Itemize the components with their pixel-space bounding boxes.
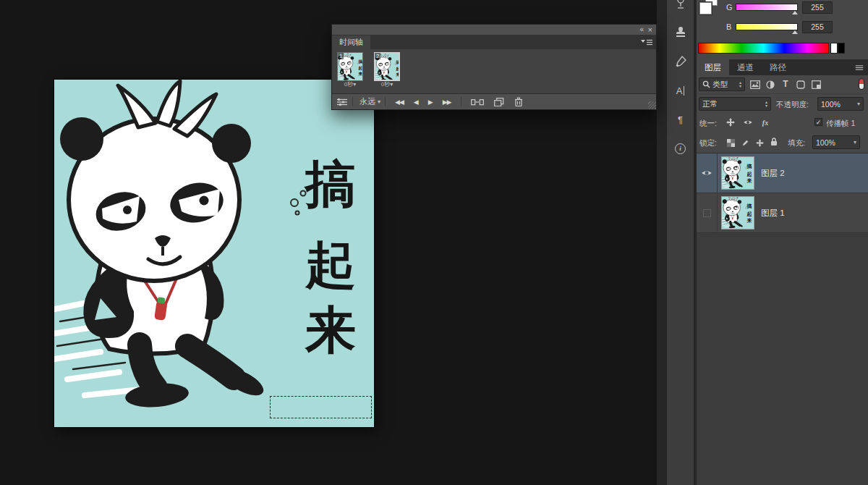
chevron-down-icon: ▾ <box>854 139 856 146</box>
search-icon <box>702 80 710 88</box>
filter-smart-objects-icon[interactable] <box>809 78 822 91</box>
divider <box>461 97 461 106</box>
filter-type-dropdown[interactable]: 类型 ▴▾ <box>699 77 745 91</box>
lock-label: 锁定: <box>699 138 717 148</box>
selection-marquee[interactable] <box>270 396 372 418</box>
blend-mode-dropdown[interactable]: 正常 ▴▾ <box>699 97 771 111</box>
animation-frame-2[interactable]: 2 0秒▾ <box>374 52 403 93</box>
divider <box>352 97 353 106</box>
animation-frame-1[interactable]: 1 0秒▾ <box>337 52 366 93</box>
unify-position-icon[interactable] <box>724 116 737 129</box>
lock-row: 锁定: 填充: 100% ▾ <box>697 132 868 153</box>
frame-number: 2 <box>375 53 380 59</box>
visibility-toggle[interactable] <box>697 193 718 233</box>
delete-frame-button[interactable] <box>514 97 523 106</box>
timeline-panel: « × 时间轴 1 0秒▾ 2 0秒▾ <box>331 24 657 110</box>
tab-layers[interactable]: 图层 <box>697 59 729 75</box>
opacity-label: 不透明度: <box>776 100 809 110</box>
layer-list: 图层 2 图层 1 <box>697 153 868 485</box>
propagate-frame-label: 传播帧 1 <box>826 119 855 129</box>
first-frame-button[interactable]: ◀◀ <box>395 98 404 106</box>
lock-transparency-icon[interactable] <box>724 136 737 149</box>
unify-row: 统一: fx ✓ 传播帧 1 <box>697 114 868 132</box>
panel-column: G 255 B 255 图层 通道 路径 <box>697 0 868 485</box>
opacity-dropdown[interactable]: 100% ▾ <box>817 97 864 111</box>
frame-delay-dropdown[interactable]: 0秒▾ <box>337 81 363 88</box>
convert-to-video-timeline-icon[interactable] <box>336 98 348 106</box>
layer-row-2[interactable]: 图层 2 <box>697 153 868 193</box>
foreground-color-swatch[interactable] <box>699 2 712 14</box>
dock-icon-character-panel[interactable]: A <box>667 77 694 104</box>
layer-row-1[interactable]: 图层 1 <box>697 193 868 233</box>
panel-dock: A ¶ i G 255 B 255 图层 通道 <box>657 0 868 485</box>
tab-paths[interactable]: 路径 <box>762 59 794 75</box>
blue-slider-thumb[interactable] <box>792 30 798 34</box>
tab-channels[interactable]: 通道 <box>729 59 762 75</box>
filter-type-layers-icon[interactable]: T <box>779 77 792 90</box>
green-slider-thumb[interactable] <box>792 11 798 14</box>
blue-channel-label: B <box>726 22 731 31</box>
visibility-toggle[interactable] <box>697 153 718 193</box>
green-channel-slider[interactable] <box>736 4 798 11</box>
dock-icon-brush-presets[interactable] <box>667 48 694 75</box>
lock-position-icon[interactable] <box>753 136 766 149</box>
layer-name[interactable]: 图层 1 <box>761 208 785 219</box>
dock-icon-clone-source[interactable] <box>667 19 694 46</box>
eye-icon <box>701 169 712 177</box>
timeline-titlebar[interactable]: « × <box>332 25 656 35</box>
chevron-down-icon: ▾ <box>857 101 860 107</box>
color-spectrum-ramp[interactable] <box>698 43 829 54</box>
chevron-down-icon: ▾ <box>378 98 380 105</box>
duplicate-frame-button[interactable] <box>494 98 504 106</box>
dock-icon-tool-presets[interactable] <box>667 0 694 16</box>
document-canvas[interactable] <box>54 80 374 427</box>
panel-menu-icon[interactable] <box>641 39 652 46</box>
timeline-tab-strip: 时间轴 <box>332 35 656 49</box>
fill-label: 填充: <box>788 138 805 148</box>
collapsed-panel-strip: A ¶ i <box>667 0 694 485</box>
black-swatch[interactable] <box>838 43 845 54</box>
collapse-panel-icon[interactable]: « <box>639 25 644 35</box>
layer-name[interactable]: 图层 2 <box>761 168 785 179</box>
color-panel: G 255 B 255 <box>697 0 868 59</box>
panel-tab-strip: 图层 通道 路径 <box>697 59 868 75</box>
layer-thumbnail[interactable] <box>721 196 754 229</box>
unify-visibility-icon[interactable] <box>741 116 754 129</box>
filter-shape-layers-icon[interactable] <box>794 78 807 91</box>
blend-mode-row: 正常 ▴▾ 不透明度: 100% ▾ <box>697 94 868 114</box>
tween-frames-button[interactable] <box>471 98 484 106</box>
close-panel-icon[interactable]: × <box>648 25 652 35</box>
animation-frames: 1 0秒▾ 2 0秒▾ <box>332 49 656 93</box>
green-channel-label: G <box>726 3 733 12</box>
fill-dropdown[interactable]: 100% ▾ <box>812 135 860 149</box>
frame-number: 1 <box>338 53 344 59</box>
white-swatch[interactable] <box>830 43 838 54</box>
dock-icon-info-panel[interactable]: i <box>667 135 694 162</box>
frame-delay-dropdown[interactable]: 0秒▾ <box>374 81 400 88</box>
dock-icon-paragraph-panel[interactable]: ¶ <box>667 106 694 133</box>
previous-frame-button[interactable]: ◀ <box>414 98 418 106</box>
lock-all-icon[interactable] <box>767 135 780 148</box>
unify-label: 统一: <box>699 119 717 129</box>
panda-artwork <box>54 80 374 427</box>
eye-hidden-icon <box>703 209 711 217</box>
panel-menu-icon[interactable] <box>854 64 864 71</box>
blue-channel-slider[interactable] <box>736 23 798 30</box>
timeline-controls: 永远 ▾ ◀◀ ◀ ▶ ▶▶ <box>332 93 656 109</box>
green-value-field[interactable]: 255 <box>802 1 833 14</box>
tab-timeline[interactable]: 时间轴 <box>332 35 370 49</box>
layer-thumbnail[interactable] <box>721 156 754 190</box>
filter-pixel-layers-icon[interactable] <box>749 78 762 91</box>
resize-grip[interactable] <box>648 101 656 109</box>
divider <box>385 97 386 106</box>
play-button[interactable]: ▶ <box>428 98 433 106</box>
layer-filter-row: 类型 ▴▾ T <box>697 75 868 94</box>
blue-value-field[interactable]: 255 <box>802 21 833 33</box>
filter-adjustment-layers-icon[interactable] <box>764 78 777 91</box>
propagate-frame-checkbox[interactable]: ✓ <box>814 118 822 126</box>
unify-style-icon[interactable]: fx <box>759 116 772 129</box>
loop-option-dropdown[interactable]: 永远 ▾ <box>357 96 380 107</box>
layer-filter-toggle[interactable] <box>859 78 864 90</box>
lock-pixels-icon[interactable] <box>739 136 752 149</box>
next-frame-button[interactable]: ▶▶ <box>443 98 451 106</box>
